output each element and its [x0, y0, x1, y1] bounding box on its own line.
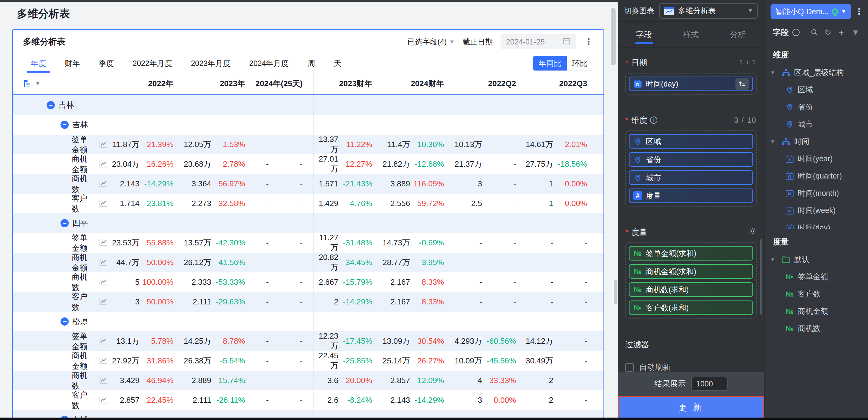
trend-chart-icon[interactable]	[99, 199, 108, 207]
auto-refresh-checkbox[interactable]	[625, 363, 634, 371]
search-icon[interactable]	[810, 28, 818, 36]
measure-chip[interactable]: №签单金额(求和)	[629, 246, 753, 261]
trend-chart-icon[interactable]	[99, 140, 108, 149]
dimension-chip[interactable]: #度量	[629, 189, 753, 203]
trend-chart-icon[interactable]	[99, 337, 108, 345]
cell-change-pct: 8.33%	[410, 297, 444, 306]
caret-down-icon[interactable]: ▾	[771, 256, 778, 263]
update-button[interactable]: 更 新	[618, 396, 764, 419]
field-group[interactable]: ▾默认	[765, 251, 868, 268]
svg-text:M: M	[788, 192, 791, 196]
sort-settings-icon[interactable]	[736, 78, 749, 90]
trend-chart-icon[interactable]	[99, 377, 108, 385]
tab-2022年月度[interactable]: 2022年月度	[132, 54, 172, 73]
tab-周[interactable]: 周	[308, 54, 315, 73]
result-count-input[interactable]	[691, 377, 727, 391]
tab-财年[interactable]: 财年	[65, 54, 80, 73]
selected-fields-dropdown[interactable]: 已选字段(4) ▼	[407, 37, 455, 47]
trend-chart-icon[interactable]	[99, 180, 108, 188]
data-cell: 21.82万-12.68%	[375, 154, 452, 174]
config-tab-字段[interactable]: 字段	[620, 22, 668, 47]
cell-value: 23.04万	[108, 159, 140, 169]
collapse-minus-icon[interactable]	[61, 219, 69, 227]
tab-2024年月度[interactable]: 2024年月度	[249, 54, 289, 73]
tab-2023年月度[interactable]: 2023年月度	[191, 54, 230, 73]
dimensions-section-label: 维度	[631, 115, 647, 126]
field-group-label: 默认	[794, 255, 809, 264]
cell-change-pct: 33.33%	[482, 376, 516, 385]
filter-section-label: 过滤器	[618, 337, 764, 350]
cell-value: -	[248, 376, 269, 385]
smart-q-button[interactable]: 智能小Q-Dem... Q ▼	[771, 4, 851, 19]
field-group[interactable]: ▾区域_层级结构	[765, 64, 868, 81]
trend-chart-icon[interactable]	[99, 239, 108, 247]
field-item[interactable]: Q时间(quarter)	[765, 167, 868, 185]
field-item[interactable]: 城市	[765, 116, 868, 133]
cell-change-pct: -3.95%	[410, 258, 444, 267]
caret-down-icon[interactable]: ▾	[771, 69, 778, 76]
dimension-chip[interactable]: 城市	[629, 170, 753, 185]
field-item[interactable]: 省份	[765, 98, 868, 116]
config-tab-分析[interactable]: 分析	[715, 22, 762, 47]
cell-value: 3.889	[375, 179, 410, 189]
collapse-minus-icon[interactable]	[61, 317, 69, 326]
chart-type-select[interactable]: 多维分析表 ▼	[659, 3, 758, 19]
field-item[interactable]: M时间(month)	[765, 185, 868, 202]
trend-chart-icon[interactable]	[99, 357, 108, 365]
date-field-chip[interactable]: D 时间(day)	[629, 76, 753, 91]
config-scrollbar-handle[interactable]	[760, 239, 763, 315]
trend-chart-icon[interactable]	[99, 298, 108, 306]
data-cell	[108, 95, 177, 115]
field-item[interactable]: Y时间(year)	[765, 150, 868, 167]
field-item[interactable]: №客户数	[765, 285, 868, 302]
compare-option-环比[interactable]: 环比	[567, 56, 593, 70]
cell-value: 11.27万	[314, 233, 338, 253]
cell-change-pct: 56.97%	[211, 179, 245, 189]
field-group[interactable]: ▾时间	[765, 133, 868, 150]
main-scrollbar-handle[interactable]	[611, 8, 616, 65]
more-options-icon[interactable]: ⋮	[855, 7, 864, 16]
table-corner-cell[interactable]: ▼	[13, 73, 108, 94]
caret-down-icon[interactable]: ▾	[771, 138, 778, 145]
dimension-chip[interactable]: 省份	[629, 152, 753, 167]
data-cell: 350.00%	[108, 292, 177, 312]
cell-value: -	[452, 238, 482, 248]
cal-W-icon: W	[785, 206, 794, 215]
row-header-cell: 客户数	[13, 292, 108, 312]
collapse-minus-icon[interactable]	[46, 101, 55, 109]
cell-value: 2.143	[375, 395, 410, 405]
field-item[interactable]: №商机数	[765, 320, 868, 337]
tab-天[interactable]: 天	[334, 54, 341, 73]
cell-change-pct: -10.36%	[410, 140, 444, 149]
refresh-icon[interactable]: ↻	[825, 28, 831, 37]
add-field-icon[interactable]: ＋	[837, 27, 845, 38]
tab-年度[interactable]: 年度	[31, 54, 46, 73]
tab-季度[interactable]: 季度	[99, 54, 114, 73]
measure-chip[interactable]: №商机金额(求和)	[629, 264, 753, 279]
config-tab-样式[interactable]: 样式	[668, 22, 714, 47]
trend-chart-icon[interactable]	[99, 396, 108, 404]
collapse-minus-icon[interactable]	[61, 121, 69, 129]
trend-chart-icon[interactable]	[99, 160, 108, 168]
field-item[interactable]: №签单金额	[765, 268, 868, 285]
cell-value: -	[519, 297, 553, 306]
measure-chip[interactable]: №商机数(求和)	[629, 282, 753, 297]
field-item[interactable]: №商机金额	[765, 302, 868, 320]
dimension-chip[interactable]: 区域	[629, 134, 753, 149]
trend-chart-icon[interactable]	[99, 278, 108, 286]
more-options-icon[interactable]: ⋮	[584, 37, 593, 46]
chevron-down-icon[interactable]: ▼	[851, 28, 860, 37]
chart-type-value: 多维分析表	[678, 6, 716, 16]
cell-change-pct: 46.94%	[140, 376, 174, 385]
trend-chart-icon[interactable]	[99, 258, 108, 267]
gear-icon[interactable]	[748, 227, 756, 237]
cell-value: 44.7万	[108, 257, 140, 268]
field-item[interactable]: 区域	[765, 81, 868, 98]
measure-chip[interactable]: №客户数(求和)	[629, 300, 753, 315]
panel-scrollbar-handle[interactable]	[614, 280, 617, 304]
app-root: 多维分析表 多维分析表 已选字段(4) ▼ 截止日期 2024-01-25	[0, 0, 868, 420]
field-item[interactable]: W时间(week)	[765, 202, 868, 219]
field-item[interactable]: D时间(day)	[765, 219, 868, 229]
compare-option-年同比[interactable]: 年同比	[533, 56, 567, 70]
deadline-date-input[interactable]: 2024-01-25	[501, 34, 576, 49]
